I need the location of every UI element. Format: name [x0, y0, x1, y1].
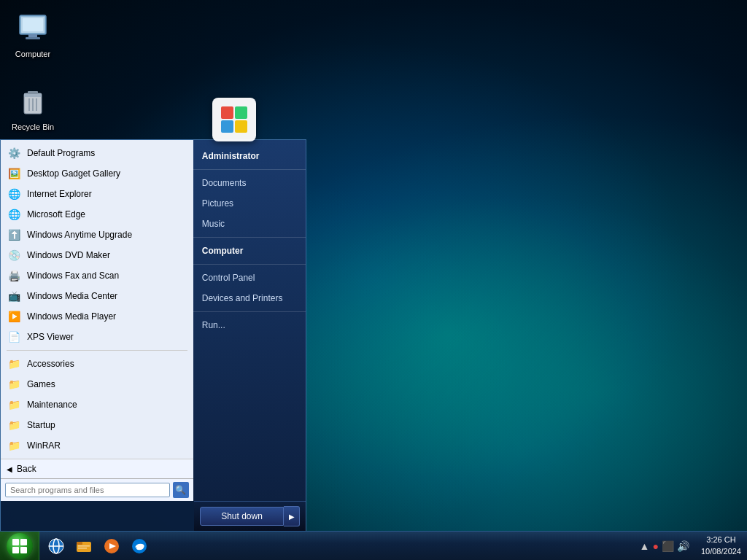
recycle-bin-label: Recycle Bin — [7, 122, 58, 132]
start-item-desktop-gadget[interactable]: 🖼️ Desktop Gadget Gallery — [1, 163, 193, 184]
svg-rect-2 — [23, 18, 43, 31]
svg-rect-7 — [28, 91, 38, 94]
computer-icon — [15, 11, 50, 46]
games-folder-icon: 📁 — [7, 377, 21, 392]
start-item-media-center[interactable]: 📺 Windows Media Center — [1, 286, 193, 306]
right-item-pictures[interactable]: Pictures — [193, 193, 306, 214]
winrar-folder-icon: 📁 — [7, 438, 21, 453]
start-item-winrar[interactable]: 📁 WinRAR — [1, 435, 193, 456]
desktop-icon-computer[interactable]: Computer — [4, 7, 62, 63]
tray-volume[interactable]: 🔊 — [677, 540, 689, 552]
tray-icon-red[interactable]: ● — [652, 540, 658, 552]
svg-rect-3 — [28, 34, 37, 37]
anytime-icon: ⬆️ — [7, 228, 21, 242]
start-item-ie[interactable]: 🌐 Internet Explorer — [1, 184, 193, 204]
start-item-fax[interactable]: 🖨️ Windows Fax and Scan — [1, 265, 193, 286]
start-item-maintenance[interactable]: 📁 Maintenance — [1, 394, 193, 415]
right-separator-1 — [193, 169, 306, 170]
back-button[interactable]: ◀ Back — [1, 459, 193, 478]
media-player-icon: ▶️ — [7, 309, 21, 324]
start-item-startup[interactable]: 📁 Startup — [1, 415, 193, 435]
right-separator-4 — [193, 311, 306, 312]
shutdown-area: Shut down ▶ — [194, 501, 306, 531]
start-right-panel: Administrator Documents Pictures Music C… — [193, 140, 306, 501]
clock-date: 10/08/2024 — [701, 546, 741, 557]
search-button[interactable]: 🔍 — [173, 482, 189, 498]
svg-rect-14 — [20, 547, 27, 553]
right-item-music[interactable]: Music — [193, 214, 306, 234]
computer-label: Computer — [7, 49, 58, 59]
fax-icon: 🖨️ — [7, 268, 21, 283]
svg-rect-12 — [20, 539, 27, 545]
start-button[interactable] — [0, 532, 39, 561]
start-left-panel: ⚙️ Default Programs 🖼️ Desktop Gadget Ga… — [1, 140, 193, 501]
back-arrow-icon: ◀ — [7, 465, 12, 473]
svg-rect-4 — [26, 37, 40, 39]
right-item-documents[interactable]: Documents — [193, 173, 306, 193]
clock-time: 3:26 CH — [706, 534, 735, 545]
desktop: Computer Recycle Bin — [0, 0, 747, 560]
start-item-accessories[interactable]: 📁 Accessories — [1, 354, 193, 374]
shutdown-arrow-button[interactable]: ▶ — [284, 506, 300, 526]
right-separator-3 — [193, 264, 306, 265]
maintenance-folder-icon: 📁 — [7, 397, 21, 412]
svg-rect-11 — [12, 539, 19, 545]
search-area: 🔍 — [1, 478, 193, 501]
right-item-administrator[interactable]: Administrator — [193, 146, 306, 166]
svg-rect-13 — [12, 547, 19, 553]
right-item-run[interactable]: Run... — [193, 315, 306, 335]
system-tray: ▲ ● ⬛ 🔊 — [634, 532, 695, 560]
taskbar-explorer[interactable] — [71, 533, 97, 559]
start-item-xps[interactable]: 📄 XPS Viewer — [1, 327, 193, 347]
right-item-computer[interactable]: Computer — [193, 241, 306, 261]
search-input[interactable] — [5, 483, 170, 497]
tray-expand[interactable]: ▲ — [640, 540, 650, 552]
startup-folder-icon: 📁 — [7, 418, 21, 432]
edge-icon: 🌐 — [7, 207, 21, 222]
right-item-control-panel[interactable]: Control Panel — [193, 268, 306, 288]
accessories-folder-icon: 📁 — [7, 357, 21, 371]
taskbar: ▲ ● ⬛ 🔊 3:26 CH 10/08/2024 — [0, 531, 747, 560]
start-menu: ⚙️ Default Programs 🖼️ Desktop Gadget Ga… — [0, 139, 306, 531]
default-programs-icon: ⚙️ — [7, 146, 21, 160]
svg-rect-21 — [78, 545, 90, 547]
clock-area[interactable]: 3:26 CH 10/08/2024 — [695, 534, 747, 557]
ie-icon: 🌐 — [7, 187, 21, 201]
svg-rect-20 — [77, 542, 82, 545]
start-item-default-programs[interactable]: ⚙️ Default Programs — [1, 143, 193, 163]
windows-logo-badge — [212, 98, 256, 141]
taskbar-media-player[interactable] — [98, 533, 125, 559]
taskbar-ie[interactable] — [43, 533, 69, 559]
right-separator-2 — [193, 237, 306, 238]
desktop-icon-recycle-bin[interactable]: Recycle Bin — [4, 80, 62, 136]
programs-divider — [7, 350, 187, 351]
taskbar-items — [39, 532, 634, 560]
start-item-edge[interactable]: 🌐 Microsoft Edge — [1, 204, 193, 225]
start-menu-panels: ⚙️ Default Programs 🖼️ Desktop Gadget Ga… — [1, 140, 306, 501]
start-item-games[interactable]: 📁 Games — [1, 374, 193, 394]
svg-rect-22 — [78, 548, 87, 549]
desktop-gadget-icon: 🖼️ — [7, 166, 21, 181]
start-orb — [7, 533, 33, 559]
taskbar-edge[interactable] — [126, 533, 152, 559]
start-item-dvd[interactable]: 💿 Windows DVD Maker — [1, 245, 193, 265]
programs-list: ⚙️ Default Programs 🖼️ Desktop Gadget Ga… — [1, 140, 193, 459]
recycle-bin-icon — [15, 84, 50, 119]
start-item-anytime[interactable]: ⬆️ Windows Anytime Upgrade — [1, 225, 193, 245]
dvd-icon: 💿 — [7, 248, 21, 262]
start-item-media-player[interactable]: ▶️ Windows Media Player — [1, 306, 193, 327]
right-item-devices[interactable]: Devices and Printers — [193, 288, 306, 308]
shutdown-button[interactable]: Shut down — [200, 507, 284, 526]
media-center-icon: 📺 — [7, 289, 21, 303]
xps-icon: 📄 — [7, 330, 21, 344]
tray-icon-black[interactable]: ⬛ — [662, 540, 674, 552]
